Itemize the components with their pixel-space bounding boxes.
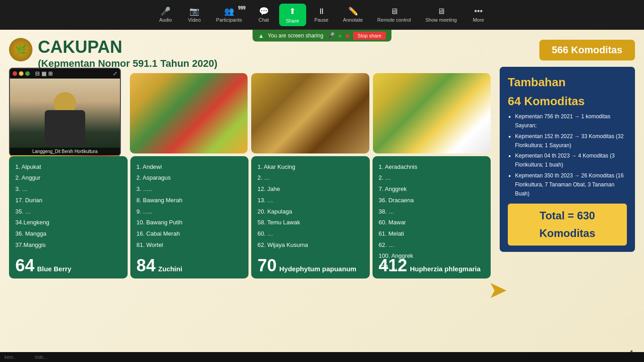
webcam-body: Langgeng_Dit Benih Hortikultura bbox=[10, 79, 120, 155]
close-dot bbox=[13, 71, 17, 76]
florikultura-name: Hupherzia phlegmaria bbox=[410, 265, 481, 273]
logo-icon: 🌿 bbox=[15, 44, 27, 55]
grid-icon: ⊟ bbox=[35, 70, 40, 77]
webcam-name: Langgeng_Dit Benih Hortikultura bbox=[10, 148, 120, 155]
list-item: 1. Aeradachnis bbox=[379, 162, 485, 173]
annotate-icon: ✏️ bbox=[348, 7, 358, 15]
list-item: 60. Mawar bbox=[379, 217, 485, 228]
show-meeting-icon: 🖥 bbox=[437, 7, 445, 15]
list-icon: ▦ bbox=[41, 70, 46, 77]
video-icon: 📷 bbox=[189, 7, 199, 15]
show-meeting-button[interactable]: 🖥 Show meeting bbox=[419, 5, 463, 25]
list-item: 35. … bbox=[15, 206, 121, 218]
cards-row: 1. Alpukat 2. Anggur 3. … 17. Durian 35.… bbox=[9, 156, 491, 278]
spices-image bbox=[251, 73, 369, 153]
pause-button[interactable]: ⏸ Pause bbox=[308, 5, 335, 25]
list-item: 2. … bbox=[258, 172, 363, 184]
list-item: 38. … bbox=[379, 206, 485, 218]
list-item: 37.Manggis bbox=[15, 240, 121, 251]
list-item: 9. ….. bbox=[137, 206, 243, 218]
logo-area: 🌿 bbox=[9, 38, 32, 61]
arrow-right: ➤ bbox=[488, 276, 508, 303]
list-item: 3. ….. bbox=[137, 184, 243, 195]
webcam-header: ⊟ ▦ ⊞ ⤢ bbox=[10, 69, 120, 79]
bottom-text-1: kem... bbox=[5, 355, 17, 360]
list-item: 13. … bbox=[258, 195, 363, 206]
bullet-4: Kepmentan 350 th 2023 → 26 Komoditas (16… bbox=[515, 172, 627, 198]
slide: 🌿 CAKUPAN (Kepmentan Nomor 591.1 Tahun 2… bbox=[0, 30, 644, 362]
tambahan-heading: Tambahan 64 Komoditas bbox=[508, 73, 627, 111]
list-item: 62. … bbox=[379, 240, 485, 251]
list-item: 36. Mangga bbox=[15, 228, 121, 240]
list-item: 3. … bbox=[15, 184, 121, 195]
expand-icon: ⤢ bbox=[113, 70, 117, 77]
bullet-1: Kepmentan 756 th 2021 → 1 komoditas Sayu… bbox=[515, 112, 627, 130]
webcam-person-bg bbox=[10, 79, 120, 155]
bullet-3: Kepmentan 04 th 2023 → 4 Komoditas (3 Fl… bbox=[515, 152, 627, 170]
card-sayuran-footer: 84 Zuchini bbox=[137, 257, 243, 274]
list-item: 1. Alpukat bbox=[15, 162, 121, 173]
list-item: 36. Dracaena bbox=[379, 195, 485, 206]
annotate-button[interactable]: ✏️ Annotate bbox=[337, 5, 369, 25]
card-buah: 1. Alpukat 2. Anggur 3. … 17. Durian 35.… bbox=[9, 156, 128, 278]
list-item: 12. Jahe bbox=[258, 184, 363, 195]
sayuran-list: 1. Andewi 2. Asparagus 3. ….. 8. Bawang … bbox=[137, 162, 243, 251]
main-content: 🌿 CAKUPAN (Kepmentan Nomor 591.1 Tahun 2… bbox=[0, 30, 644, 362]
card-florikultura-footer: 412 Hupherzia phlegmaria bbox=[379, 257, 485, 274]
buah-name: Blue Berry bbox=[37, 265, 71, 273]
tanaman-obat-name: Hydephytum papuanum bbox=[279, 265, 356, 273]
vegetables-image bbox=[130, 73, 248, 153]
pause-icon: ⏸ bbox=[317, 7, 326, 15]
sayuran-number: 84 bbox=[137, 257, 156, 274]
list-item: 8. Bawang Merah bbox=[137, 195, 243, 206]
tanaman-obat-list: 1. Akar Kucing 2. … 12. Jahe 13. … 20. K… bbox=[258, 162, 363, 251]
list-item: 60. … bbox=[258, 228, 363, 240]
video-button[interactable]: 📷 Video bbox=[181, 5, 208, 25]
more-button[interactable]: ••• More bbox=[465, 5, 492, 25]
list-item: 1. Akar Kucing bbox=[258, 162, 363, 173]
webcam-overlay: ⊟ ▦ ⊞ ⤢ Langgeng_Dit Benih Hortikultura bbox=[9, 68, 121, 156]
stop-share-button[interactable]: Stop share bbox=[353, 32, 386, 40]
sayuran-name: Zuchini bbox=[158, 265, 182, 273]
slide-title: CAKUPAN (Kepmentan Nomor 591.1 Tahun 202… bbox=[38, 38, 530, 70]
participants-button[interactable]: 999 👥 Participants bbox=[210, 5, 248, 25]
remote-control-button[interactable]: 🖥 Remote control bbox=[371, 5, 418, 25]
card-tanaman-obat: 1. Akar Kucing 2. … 12. Jahe 13. … 20. K… bbox=[251, 156, 370, 278]
tanaman-obat-number: 70 bbox=[258, 257, 276, 274]
card-tanaman-obat-footer: 70 Hydephytum papuanum bbox=[258, 257, 363, 274]
list-item: 62. Wijaya Kusuma bbox=[258, 240, 363, 251]
total-komoditas: Total = 630 Komoditas bbox=[508, 204, 627, 246]
list-item: 17. Durian bbox=[15, 195, 121, 206]
komoditas-badge: 566 Komoditas bbox=[539, 40, 635, 60]
screen-sharing-banner: ▲ You are screen sharing 🎤 ● ■ Stop shar… bbox=[253, 30, 391, 42]
card-sayuran: 1. Andewi 2. Asparagus 3. ….. 8. Bawang … bbox=[130, 156, 249, 278]
audio-button[interactable]: 🎤 Audio bbox=[152, 5, 179, 25]
mic-icon: 🎤 bbox=[327, 32, 335, 39]
toolbar: 🎤 Audio 📷 Video 999 👥 Participants 💬 Cha… bbox=[0, 0, 644, 30]
card-buah-footer: 64 Blue Berry bbox=[15, 257, 121, 274]
share-button[interactable]: ⬆ Share bbox=[279, 4, 306, 26]
list-item: 20. Kapulaga bbox=[258, 206, 363, 218]
bottom-text-2: indo... bbox=[35, 355, 47, 360]
signal-icon: ● bbox=[338, 32, 342, 39]
list-item: 7. Anggrek bbox=[379, 184, 485, 195]
tambahan-bullets: Kepmentan 756 th 2021 → 1 komoditas Sayu… bbox=[508, 112, 627, 198]
chat-button[interactable]: 💬 Chat bbox=[250, 5, 277, 25]
maximize-dot bbox=[25, 71, 30, 76]
list-item: 2. … bbox=[379, 172, 485, 184]
slide-header: 🌿 CAKUPAN (Kepmentan Nomor 591.1 Tahun 2… bbox=[9, 38, 635, 70]
more-icon: ••• bbox=[474, 7, 483, 15]
gallery-icon: ⊞ bbox=[48, 70, 53, 77]
list-item: 61. Melati bbox=[379, 228, 485, 240]
bottom-texts: kem... indo... bbox=[5, 355, 47, 360]
tambahan-box: Tambahan 64 Komoditas Kepmentan 756 th 2… bbox=[500, 67, 635, 252]
flowers-emoji bbox=[373, 73, 491, 153]
sharing-green-arrow: ▲ bbox=[258, 32, 264, 39]
chat-icon: 💬 bbox=[259, 7, 269, 15]
share-icon: ⬆ bbox=[286, 6, 299, 16]
logo: 🌿 bbox=[9, 38, 32, 61]
view-grid: ⊟ ▦ ⊞ bbox=[35, 70, 53, 77]
record-dot: ■ bbox=[345, 32, 349, 39]
spices-emoji bbox=[251, 73, 369, 153]
buah-number: 64 bbox=[15, 257, 34, 274]
